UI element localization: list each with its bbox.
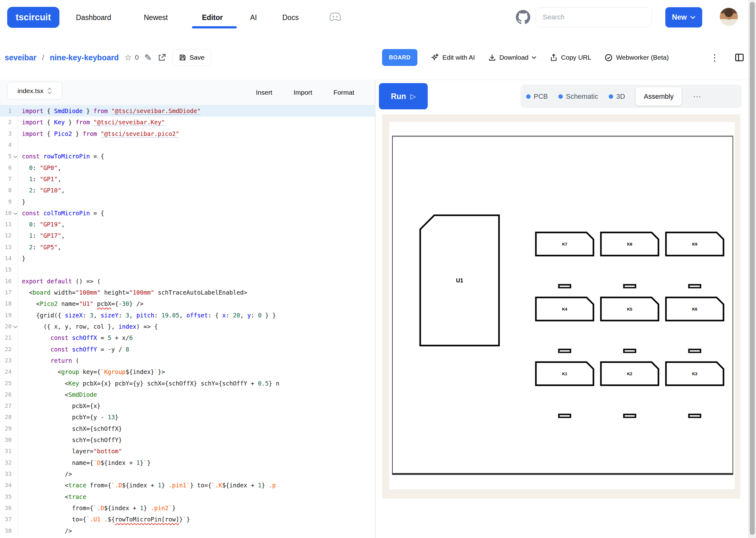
- share-icon[interactable]: [157, 53, 167, 62]
- breadcrumb-project[interactable]: nine-key-keyboard: [50, 53, 119, 62]
- code-line[interactable]: 38 />: [0, 525, 375, 536]
- code-line[interactable]: 18 <Pico2 name="U1" pcbX={-30} />: [0, 298, 375, 309]
- component-key[interactable]: K5: [601, 297, 659, 321]
- component-diode[interactable]: [558, 349, 571, 353]
- code-line[interactable]: 12 1: "GP17",: [0, 230, 375, 241]
- component-diode[interactable]: [688, 284, 701, 288]
- component-U1[interactable]: U1: [420, 215, 499, 346]
- code-line[interactable]: 26 <SmdDiode: [0, 389, 375, 400]
- code-line[interactable]: 33 />: [0, 468, 375, 480]
- code-line[interactable]: 35 <trace: [0, 491, 375, 502]
- tab-overflow-button[interactable]: ⋯: [693, 92, 701, 101]
- toggle-panel-button[interactable]: [734, 35, 745, 80]
- code-line[interactable]: 1import { SmdDiode } from "@tsci/seveiba…: [0, 105, 375, 117]
- code-line[interactable]: 36 from={`.D${index + 1} .pin2`}: [0, 502, 375, 513]
- webworker-button[interactable]: Webworker (Beta): [604, 53, 669, 62]
- component-diode[interactable]: [688, 414, 701, 418]
- board-badge[interactable]: BOARD: [382, 49, 417, 66]
- component-diode[interactable]: [558, 414, 571, 418]
- nav-link-editor[interactable]: Editor: [202, 0, 223, 35]
- code-line[interactable]: 20 ({ x, y, row, col }, index) => {: [0, 321, 375, 332]
- search-input[interactable]: [536, 7, 652, 27]
- code-line[interactable]: 15: [0, 264, 375, 275]
- code-line[interactable]: 27 pcbX={x}: [0, 400, 375, 411]
- code-line[interactable]: 32 name={`D${index + 1}`}: [0, 457, 375, 468]
- nav-link-newest[interactable]: Newest: [144, 0, 168, 35]
- nav-link-ai[interactable]: AI: [250, 0, 257, 35]
- code-line[interactable]: 31 layer="bottom": [0, 446, 375, 457]
- component-diode[interactable]: [623, 349, 636, 353]
- code-line[interactable]: 9}: [0, 196, 375, 207]
- code-line[interactable]: 29 schX={schOffX}: [0, 423, 375, 434]
- star-icon[interactable]: ☆: [124, 53, 132, 62]
- tab-schematic[interactable]: Schematic: [558, 92, 598, 101]
- panel-divider[interactable]: [375, 80, 376, 538]
- code-line[interactable]: 37 to={`.U1 .${rowToMicroPin[row]}`}: [0, 513, 375, 525]
- nav-link-dashboard[interactable]: Dashboard: [76, 0, 111, 35]
- code-line[interactable]: 24 <group key={`Kgroup${index}`}>: [0, 366, 375, 377]
- code-line[interactable]: 23 return (: [0, 355, 375, 366]
- code-line[interactable]: 22 const schOffY = -y / 8: [0, 344, 375, 355]
- tab-assembly[interactable]: Assembly: [636, 87, 681, 106]
- code-line[interactable]: 17 <board width="100mm" height="100mm" s…: [0, 287, 375, 298]
- tscircuit-logo[interactable]: tscircuit: [7, 7, 59, 28]
- line-number: 12: [0, 230, 18, 241]
- code-line[interactable]: 4: [0, 139, 375, 151]
- run-button[interactable]: Run ▷: [379, 83, 428, 109]
- code-line[interactable]: 6 0: "GP0",: [0, 162, 375, 173]
- github-icon[interactable]: [516, 10, 530, 25]
- copy-url-button[interactable]: Copy URL: [550, 53, 591, 62]
- component-key[interactable]: K9: [666, 233, 724, 255]
- component-key[interactable]: K8: [601, 233, 659, 255]
- code-text: <group key={`Kgroup${index}`}>: [18, 366, 165, 377]
- component-key[interactable]: K3: [666, 362, 724, 385]
- component-key[interactable]: K2: [601, 362, 659, 385]
- code-line[interactable]: 11 0: "GP19",: [0, 219, 375, 230]
- code-line[interactable]: 5const rowToMicroPin = {: [0, 151, 375, 162]
- code-line[interactable]: 3import { Pico2 } from "@tsci/seveibar.p…: [0, 128, 375, 139]
- user-avatar[interactable]: [720, 8, 738, 26]
- code-line[interactable]: 2import { Key } from "@tsci/seveibar.Key…: [0, 117, 375, 128]
- code-line[interactable]: 13 2: "GP5",: [0, 242, 375, 253]
- code-line[interactable]: 21 const schOffX = 5 + x/6: [0, 332, 375, 343]
- more-options-button[interactable]: ⋮: [710, 35, 719, 80]
- code-line[interactable]: 7 1: "GP1",: [0, 173, 375, 185]
- new-button[interactable]: New: [665, 7, 702, 27]
- code-line[interactable]: 30 schY={schOffY}: [0, 434, 375, 446]
- menu-format[interactable]: Format: [333, 89, 354, 96]
- component-diode[interactable]: [623, 414, 636, 418]
- component-key[interactable]: K4: [536, 297, 593, 321]
- code-editor[interactable]: 1import { SmdDiode } from "@tsci/seveiba…: [0, 105, 375, 538]
- component-diode[interactable]: [688, 349, 701, 353]
- code-line[interactable]: 28 pcbY={y - 13}: [0, 411, 375, 423]
- fold-chevron-icon[interactable]: [14, 154, 18, 158]
- edit-with-ai-button[interactable]: Edit with AI: [431, 53, 475, 62]
- download-button[interactable]: Download: [488, 53, 537, 62]
- menu-import[interactable]: Import: [294, 89, 312, 96]
- breadcrumb-owner[interactable]: seveibar: [5, 53, 36, 62]
- component-key[interactable]: K7: [536, 233, 593, 255]
- edit-pencil-icon[interactable]: ✎: [145, 52, 152, 63]
- code-line[interactable]: 25 <Key pcbX={x} pcbY={y} schX={schOffX}…: [0, 378, 375, 389]
- component-key[interactable]: K6: [666, 297, 724, 321]
- code-line[interactable]: 8 2: "GP10",: [0, 185, 375, 196]
- component-diode[interactable]: [623, 284, 636, 288]
- line-number: 33: [0, 468, 18, 480]
- menu-insert[interactable]: Insert: [256, 89, 272, 96]
- save-button[interactable]: Save: [172, 49, 211, 66]
- fold-chevron-icon[interactable]: [14, 324, 18, 328]
- component-key[interactable]: K1: [536, 362, 593, 385]
- tab-3d[interactable]: 3D: [609, 92, 625, 101]
- page-scrollbar-thumb[interactable]: [750, 2, 755, 535]
- code-text: const schOffX = 5 + x/6: [18, 332, 133, 343]
- code-line[interactable]: 34 <trace from={`.D${index + 1} .pin1`} …: [0, 480, 375, 491]
- tab-pcb[interactable]: PCB: [526, 92, 548, 101]
- code-line[interactable]: 16export default () => (: [0, 276, 375, 287]
- nav-link-docs[interactable]: Docs: [282, 0, 299, 35]
- fold-chevron-icon[interactable]: [14, 211, 18, 215]
- code-line[interactable]: 19 {grid({ sizeX: 3, sizeY: 3, pitch: 19…: [0, 310, 375, 321]
- component-diode[interactable]: [558, 284, 571, 288]
- code-line[interactable]: 10const colToMicroPin = {: [0, 207, 375, 219]
- code-line[interactable]: 14}: [0, 253, 375, 264]
- discord-icon[interactable]: [329, 12, 341, 22]
